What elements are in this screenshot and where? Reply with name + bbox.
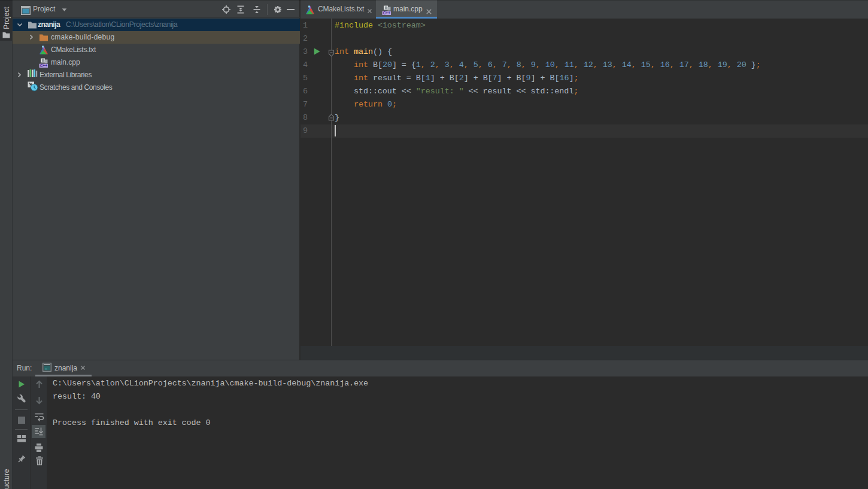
svg-text:C++: C++: [40, 63, 47, 68]
svg-text:C++: C++: [383, 11, 390, 15]
